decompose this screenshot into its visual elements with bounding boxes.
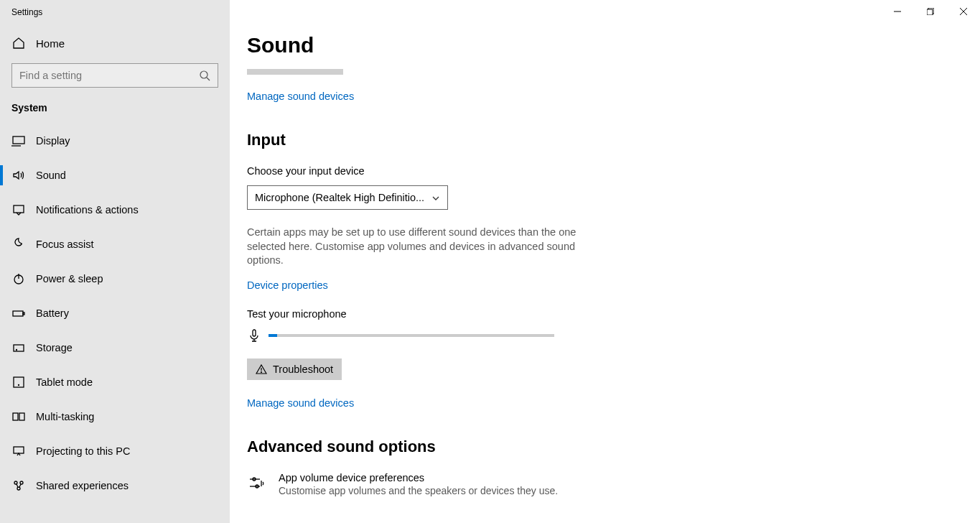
close-button[interactable] — [947, 0, 980, 23]
microphone-icon — [247, 328, 261, 343]
manage-sound-devices-link[interactable]: Manage sound devices — [247, 91, 793, 102]
maximize-button[interactable] — [914, 0, 947, 23]
sidebar-item-tablet-mode[interactable]: Tablet mode — [0, 365, 230, 399]
svg-rect-14 — [19, 413, 24, 420]
manage-sound-devices-link-2[interactable]: Manage sound devices — [247, 397, 793, 409]
advanced-heading: Advanced sound options — [247, 438, 793, 456]
tablet-icon — [11, 375, 26, 389]
sidebar-item-label: Notifications & actions — [36, 204, 139, 216]
notifications-icon — [11, 203, 26, 217]
svg-line-1 — [207, 78, 210, 80]
warning-icon — [256, 364, 267, 375]
nav-home[interactable]: Home — [0, 27, 230, 59]
test-mic-label: Test your microphone — [247, 308, 793, 320]
shared-experiences-icon — [11, 478, 26, 493]
svg-rect-2 — [13, 136, 24, 144]
truncated-button-remnant — [247, 69, 343, 75]
multitasking-icon — [11, 409, 26, 424]
svg-rect-9 — [14, 345, 24, 351]
window-title: Settings — [0, 0, 230, 27]
battery-icon — [11, 306, 26, 320]
sidebar-item-label: Focus assist — [36, 239, 94, 250]
sidebar-item-label: Storage — [36, 342, 73, 353]
svg-point-0 — [200, 71, 207, 78]
input-heading: Input — [247, 131, 793, 149]
mic-level-bar — [269, 334, 554, 337]
device-properties-link[interactable]: Device properties — [247, 279, 793, 291]
minimize-button[interactable] — [881, 0, 914, 23]
choose-input-label: Choose your input device — [247, 165, 793, 177]
sound-icon — [11, 168, 26, 182]
search-input[interactable] — [19, 70, 199, 81]
svg-point-16 — [14, 481, 17, 484]
sidebar-item-label: Multi-tasking — [36, 411, 94, 422]
page-title: Sound — [247, 33, 314, 57]
sidebar-item-label: Projecting to this PC — [36, 445, 130, 457]
sidebar: Settings Home System Display Sound Notif… — [0, 0, 230, 523]
storage-icon — [11, 341, 26, 355]
sidebar-item-power-sleep[interactable]: Power & sleep — [0, 262, 230, 296]
svg-rect-15 — [14, 447, 24, 453]
sidebar-item-display[interactable]: Display — [0, 124, 230, 158]
adv-item-title: App volume device preferences — [279, 472, 558, 483]
sidebar-item-notifications[interactable]: Notifications & actions — [0, 193, 230, 227]
sidebar-item-label: Battery — [36, 307, 69, 319]
power-icon — [11, 272, 26, 286]
svg-point-18 — [17, 487, 20, 490]
app-volume-preferences[interactable]: App volume device preferences Customise … — [247, 472, 793, 496]
sidebar-category-label: System — [0, 95, 230, 124]
svg-rect-7 — [13, 311, 23, 316]
svg-rect-8 — [23, 313, 24, 315]
nav-home-label: Home — [36, 37, 65, 50]
input-device-value: Microphone (Realtek High Definitio... — [255, 192, 424, 203]
svg-point-25 — [261, 371, 262, 372]
sidebar-item-label: Display — [36, 135, 70, 147]
window-controls — [881, 0, 980, 23]
adv-item-desc: Customise app volumes and the speakers o… — [279, 485, 558, 496]
focus-assist-icon — [11, 237, 26, 251]
input-description: Certain apps may be set up to use differ… — [247, 226, 584, 268]
svg-point-17 — [20, 481, 23, 484]
search-box[interactable] — [11, 63, 218, 88]
home-icon — [11, 36, 26, 50]
sidebar-item-battery[interactable]: Battery — [0, 296, 230, 330]
troubleshoot-button[interactable]: Troubleshoot — [247, 358, 342, 380]
mic-test-row — [247, 328, 793, 343]
svg-rect-23 — [253, 330, 256, 336]
svg-rect-13 — [13, 413, 18, 420]
sidebar-item-label: Sound — [36, 170, 66, 181]
sidebar-item-label: Tablet mode — [36, 376, 93, 388]
main-pane: Sound Manage sound devices Input Choose … — [230, 0, 980, 523]
input-device-dropdown[interactable]: Microphone (Realtek High Definitio... — [247, 185, 448, 210]
sidebar-item-projecting[interactable]: Projecting to this PC — [0, 434, 230, 468]
svg-point-10 — [17, 350, 17, 351]
svg-rect-20 — [927, 9, 933, 15]
mic-level-fill — [269, 334, 277, 337]
sliders-icon — [247, 473, 267, 494]
content-area: Manage sound devices Input Choose your i… — [247, 69, 793, 496]
svg-rect-4 — [14, 205, 24, 213]
sidebar-item-label: Shared experiences — [36, 480, 129, 491]
search-icon — [199, 70, 210, 81]
troubleshoot-label: Troubleshoot — [273, 364, 333, 375]
chevron-down-icon — [431, 193, 440, 202]
sidebar-item-shared-experiences[interactable]: Shared experiences — [0, 468, 230, 503]
sidebar-item-sound[interactable]: Sound — [0, 158, 230, 193]
display-icon — [11, 134, 26, 148]
svg-point-12 — [19, 385, 19, 386]
sidebar-item-storage[interactable]: Storage — [0, 330, 230, 365]
sidebar-item-label: Power & sleep — [36, 273, 103, 284]
sidebar-item-focus-assist[interactable]: Focus assist — [0, 227, 230, 262]
projecting-icon — [11, 444, 26, 458]
sidebar-item-multitasking[interactable]: Multi-tasking — [0, 399, 230, 434]
